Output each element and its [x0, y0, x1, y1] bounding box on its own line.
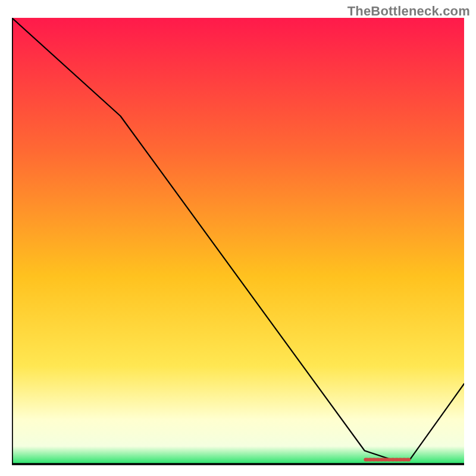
plot-area — [12, 18, 464, 470]
chart-svg — [12, 18, 464, 470]
attribution-watermark: TheBottleneck.com — [347, 4, 470, 19]
chart-container: TheBottleneck.com — [0, 0, 476, 476]
gradient-background — [12, 18, 464, 464]
